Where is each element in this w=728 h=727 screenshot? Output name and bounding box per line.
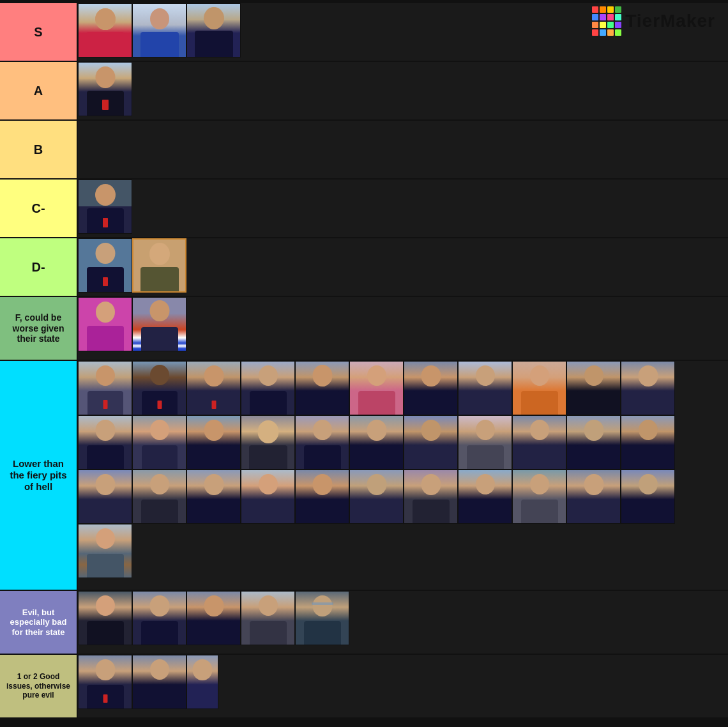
person-lower-28 xyxy=(404,470,458,524)
tier-content-lower xyxy=(77,361,728,590)
logo-cell xyxy=(600,14,606,20)
lower-row-1 xyxy=(78,361,728,415)
logo-cell xyxy=(600,6,606,13)
tier-row-a: A xyxy=(0,62,728,121)
person-lower-23 xyxy=(132,470,186,524)
tier-content-d xyxy=(77,238,728,296)
tier-content-a xyxy=(77,62,728,119)
tier-row-good: 1 or 2 Good issues, otherwise pure evil xyxy=(0,655,728,719)
logo-cell xyxy=(592,14,598,20)
tier-row-b: B xyxy=(0,121,728,180)
tier-content-evil xyxy=(77,591,728,654)
person-lower-mcconnell xyxy=(241,415,295,470)
person-f-2 xyxy=(132,297,186,351)
person-lower-4 xyxy=(241,361,295,415)
person-lower-1 xyxy=(78,361,132,415)
person-lower-7 xyxy=(404,361,458,415)
header: TierMaker xyxy=(592,6,715,36)
person-lower-15 xyxy=(295,415,349,470)
person-evil-5 xyxy=(295,591,349,645)
logo-cell xyxy=(600,22,606,28)
logo-cell xyxy=(607,22,614,28)
person-lower-22 xyxy=(78,470,132,524)
person-lower-19 xyxy=(512,415,566,470)
person-lower-21 xyxy=(621,415,675,470)
person-evil-3 xyxy=(186,591,241,645)
tier-label-b: B xyxy=(0,121,77,178)
person-lower-17 xyxy=(404,415,458,470)
tier-label-d: D- xyxy=(0,238,77,296)
tier-row-c: C- xyxy=(0,180,728,238)
person-lower-18 xyxy=(458,415,512,470)
logo-cell xyxy=(592,29,598,36)
person-lower-14 xyxy=(186,415,241,470)
person-lower-26 xyxy=(295,470,349,524)
person-lower-12 xyxy=(78,415,132,470)
tier-row-d: D- xyxy=(0,238,728,297)
person-c-1 xyxy=(78,180,132,234)
tier-label-c: C- xyxy=(0,180,77,237)
person-evil-2 xyxy=(132,591,186,645)
tier-label-f: F, could be worse given their state xyxy=(0,297,77,360)
tier-row-lower: Lower than the fiery pits of hell xyxy=(0,361,728,591)
lower-row-4 xyxy=(78,524,728,578)
person-s-3 xyxy=(186,3,241,57)
person-a-1 xyxy=(78,62,132,116)
logo-cell xyxy=(607,6,614,13)
logo-cell xyxy=(592,22,598,28)
person-evil-1 xyxy=(78,591,132,645)
tier-content-good xyxy=(77,655,728,717)
logo-cell xyxy=(592,6,598,13)
tiermaker-logo: TierMaker xyxy=(592,6,715,36)
person-lower-20 xyxy=(566,415,621,470)
lower-row-2 xyxy=(78,415,728,470)
person-d-1 xyxy=(78,238,132,293)
person-lower-33 xyxy=(78,524,132,578)
person-lower-11 xyxy=(621,361,675,415)
person-lower-31 xyxy=(566,470,621,524)
person-good-2 xyxy=(132,655,186,709)
person-lower-5 xyxy=(295,361,349,415)
logo-cell xyxy=(615,22,621,28)
logo-grid-icon xyxy=(592,6,621,36)
person-good-1 xyxy=(78,655,132,709)
person-f-1 xyxy=(78,297,132,351)
logo-cell xyxy=(615,6,621,13)
lower-row-3 xyxy=(78,470,728,524)
tier-label-lower: Lower than the fiery pits of hell xyxy=(0,361,77,590)
person-lower-24 xyxy=(186,470,241,524)
person-lower-32 xyxy=(621,470,675,524)
person-lower-30 xyxy=(512,470,566,524)
tier-row-f: F, could be worse given their state xyxy=(0,297,728,361)
person-lower-13 xyxy=(132,415,186,470)
tier-label-good: 1 or 2 Good issues, otherwise pure evil xyxy=(0,655,77,717)
logo-cell xyxy=(607,14,614,20)
tier-content-f xyxy=(77,297,728,360)
person-lower-8 xyxy=(458,361,512,415)
person-lower-6 xyxy=(349,361,404,415)
tier-row-evil: Evil, but especially bad for their state xyxy=(0,591,728,655)
tier-content-c xyxy=(77,180,728,237)
person-good-3 xyxy=(186,655,218,709)
logo-cell xyxy=(615,14,621,20)
logo-cell xyxy=(615,29,621,36)
person-lower-10 xyxy=(566,361,621,415)
person-lower-29 xyxy=(458,470,512,524)
person-lower-25 xyxy=(241,470,295,524)
person-lower-9 xyxy=(512,361,566,415)
tier-content-b xyxy=(77,121,728,178)
tier-label-s: S xyxy=(0,3,77,61)
tier-label-a: A xyxy=(0,62,77,119)
person-s-2 xyxy=(132,3,186,57)
logo-cell xyxy=(600,29,606,36)
person-evil-4 xyxy=(241,591,295,645)
person-d-2 xyxy=(132,238,186,293)
person-lower-27 xyxy=(349,470,404,524)
tier-list: S xyxy=(0,0,728,719)
person-lower-3 xyxy=(186,361,241,415)
logo-cell xyxy=(607,29,614,36)
tier-label-evil: Evil, but especially bad for their state xyxy=(0,591,77,654)
person-lower-16 xyxy=(349,415,404,470)
person-s-1 xyxy=(78,3,132,57)
logo-text: TierMaker xyxy=(625,11,715,31)
